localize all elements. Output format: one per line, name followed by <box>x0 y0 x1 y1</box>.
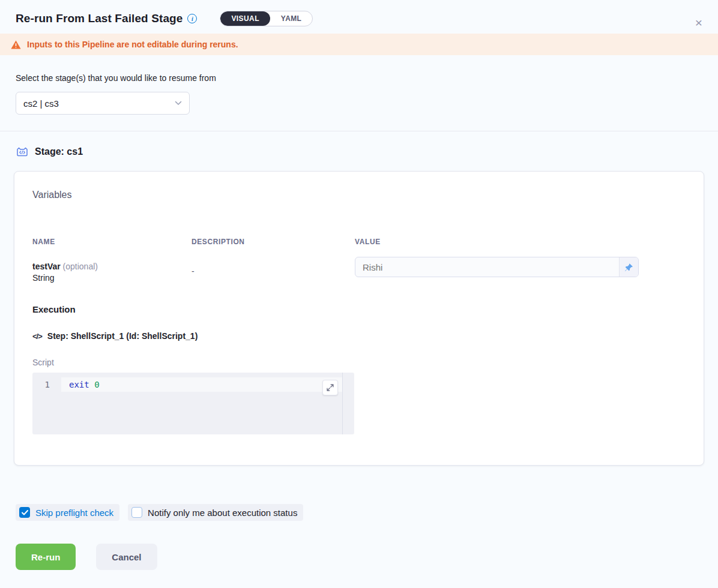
stage-title: Stage: cs1 <box>35 146 83 157</box>
check-icon <box>22 510 28 515</box>
stage-select-dropdown[interactable]: cs2 | cs3 <box>16 92 190 115</box>
stage-select-section: Select the stage(s) that you would like … <box>0 55 718 131</box>
options-row: Skip preflight check Notify only me abou… <box>16 504 718 521</box>
variable-optional-tag: (optional) <box>63 262 98 271</box>
variable-description: - <box>192 262 355 276</box>
execution-heading: Execution <box>32 304 686 314</box>
custom-stage-icon <box>16 146 29 158</box>
stage-heading-row: Stage: cs1 <box>16 146 702 158</box>
code-content: exit 0 <box>61 377 342 392</box>
notify-only-me-option[interactable]: Notify only me about execution status <box>128 504 303 521</box>
expand-icon <box>327 384 334 391</box>
stage-select-value: cs2 | cs3 <box>23 98 175 109</box>
skip-preflight-checkbox[interactable] <box>19 507 30 518</box>
notify-only-me-label: Notify only me about execution status <box>148 508 297 518</box>
skip-preflight-label: Skip preflight check <box>35 508 113 518</box>
column-header-value: VALUE <box>355 238 639 246</box>
variable-type: String <box>32 273 192 283</box>
pin-icon <box>624 263 633 272</box>
line-number: 1 <box>32 377 61 392</box>
variables-table: NAME DESCRIPTION VALUE testVar (optional… <box>32 238 686 283</box>
step-title: Step: ShellScript_1 (Id: ShellScript_1) <box>47 331 198 341</box>
variable-value-input[interactable] <box>355 257 619 277</box>
column-header-name: NAME <box>32 238 192 246</box>
dialog-title: Re-run From Last Failed Stage <box>16 12 183 25</box>
shell-script-icon: </> <box>32 332 42 341</box>
cancel-button[interactable]: Cancel <box>96 544 157 570</box>
variable-value-group <box>355 257 639 277</box>
toggle-yaml[interactable]: YAML <box>270 11 313 26</box>
title-wrap: Re-run From Last Failed Stage i <box>16 12 197 25</box>
pin-button[interactable] <box>619 257 638 277</box>
expand-editor-button[interactable] <box>322 380 338 395</box>
visual-yaml-toggle: VISUAL YAML <box>220 11 313 26</box>
warning-banner: Inputs to this Pipeline are not editable… <box>0 34 718 55</box>
column-header-description: DESCRIPTION <box>192 238 355 246</box>
script-code-editor[interactable]: 1 exit 0 <box>32 373 354 434</box>
notify-only-me-checkbox[interactable] <box>131 507 142 518</box>
toggle-visual[interactable]: VISUAL <box>220 11 270 26</box>
variable-name: testVar (optional) <box>32 262 192 271</box>
rerun-button[interactable]: Re-run <box>16 544 76 570</box>
dialog-header: Re-run From Last Failed Stage i VISUAL Y… <box>0 0 718 34</box>
variables-heading: Variables <box>32 190 686 200</box>
stage-inputs-card: Variables NAME DESCRIPTION VALUE testVar… <box>14 171 704 466</box>
code-line: 1 exit 0 <box>32 377 354 392</box>
stage-select-label: Select the stage(s) that you would like … <box>16 73 702 83</box>
close-icon[interactable]: × <box>695 16 702 29</box>
chevron-down-icon <box>175 101 182 106</box>
skip-preflight-option[interactable]: Skip preflight check <box>16 504 119 521</box>
info-icon[interactable]: i <box>187 14 197 23</box>
table-row-name-cell: testVar (optional) String <box>32 262 192 283</box>
script-label: Script <box>32 358 686 367</box>
dialog-footer: Re-run Cancel <box>16 544 718 570</box>
rerun-dialog: Re-run From Last Failed Stage i VISUAL Y… <box>0 0 718 588</box>
warning-text: Inputs to this Pipeline are not editable… <box>27 40 238 49</box>
step-row: </> Step: ShellScript_1 (Id: ShellScript… <box>32 331 686 341</box>
warning-icon <box>11 40 21 49</box>
